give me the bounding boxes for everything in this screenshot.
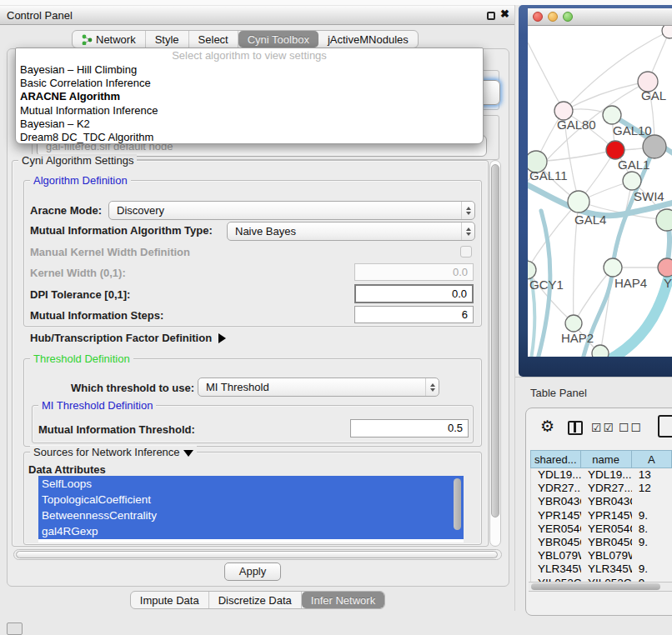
algorithm-dropdown-popup: Select algorithm to view settings Bayesi… [15,48,484,144]
table-cell: YLR345W [531,562,581,576]
mi-threshold-definition-legend: MI Threshold Definition [38,399,156,412]
minimized-panel-icon[interactable] [7,622,23,635]
node-gal4[interactable] [568,191,589,212]
node-gcy1-label: GCY1 [529,278,564,292]
column-header-a[interactable]: A [632,450,672,468]
mi-algorithm-type-combo[interactable]: Naive Bayes [227,222,475,241]
columns-icon[interactable] [568,421,583,435]
close-traffic-light-icon[interactable] [533,12,543,22]
kernel-width-input[interactable]: 0.0 [354,263,474,281]
hub-section-toggle[interactable]: Hub/Transcription Factor Definition [30,332,226,344]
table-cell: YER054C [581,522,632,536]
table-row[interactable]: YLR345WYLR345W9. [531,562,672,576]
table-panel-title: Table Panel [530,387,587,399]
combo-stepper-icon [425,378,439,396]
table-row[interactable]: YBR045CYBR045C9. [531,536,672,549]
settings-vertical-thumb[interactable] [491,164,499,518]
table-horizontal-thumb[interactable] [531,583,660,590]
node-gray[interactable] [643,135,666,158]
column-header-shared[interactable]: shared... [530,450,581,468]
dropdown-item-basic-correlation-inference[interactable]: Basic Correlation Inference [16,77,483,90]
node-swi4[interactable] [623,172,641,190]
checked-boxes-icon[interactable]: ☑☑ [591,421,615,434]
node-top-cut[interactable] [662,26,672,38]
bottom-tab-discretize-data[interactable]: Discretize Data [209,592,302,608]
algorithm-dropdown-placeholder: Select algorithm to view settings [16,48,483,63]
manual-kernel-checkbox[interactable] [460,246,472,258]
dropdown-item-bayesian-k2[interactable]: Bayesian – K2 [16,118,483,131]
dropdown-item-mutual-information-inference[interactable]: Mutual Information Inference [16,104,483,118]
mi-threshold-input[interactable]: 0.5 [350,419,469,438]
table-cell: 9. [632,509,672,522]
table-cell [632,495,672,508]
float-icon[interactable] [487,12,495,20]
node-hap4-label: HAP4 [614,276,647,290]
node-gal-cut-label: GAL [641,88,666,102]
aracne-mode-combo[interactable]: Discovery [108,201,475,220]
table-row[interactable]: YER054CYER054C8. [531,522,672,536]
algorithm-dropdown-list: Bayesian – Hill ClimbingBasic Correlatio… [16,63,483,144]
gear-icon[interactable]: ⚙ [540,418,554,436]
file-icon[interactable] [658,415,672,438]
node-gcy1[interactable] [528,261,536,279]
attribute-item-selfloops[interactable]: SelfLoops [38,476,464,492]
node-hap2[interactable] [565,315,582,332]
tab-label: Select [198,33,228,46]
tab-cyni-toolbox[interactable]: Cyni Toolbox [238,31,318,48]
node-salmon[interactable] [658,258,672,277]
attribute-item-gal4rgexp[interactable]: gal4RGexp [38,523,464,539]
table-cell: YDL19... [531,468,581,482]
node-gal1[interactable] [606,141,624,159]
table-cell: 8. [632,522,672,536]
bottom-tabbar: Impute DataDiscretize DataInfer Network [0,591,515,609]
data-attributes-list[interactable]: SelfLoopsTopologicalCoefficientBetweenne… [38,476,464,542]
table-row[interactable]: YBR043CYBR043C [531,495,672,508]
node-bottom-cut[interactable] [592,345,609,357]
dropdown-item-aracne-algorithm[interactable]: ARACNE Algorithm [16,90,483,103]
table-row[interactable]: YDR27...YDR27...12 [531,482,672,495]
table-cell: YBR045C [581,536,632,549]
apply-button[interactable]: Apply [224,562,281,581]
table-row[interactable]: YBL079WYBL079W [531,549,672,562]
node-hap4[interactable] [604,258,622,277]
expanded-arrow-icon [183,450,193,457]
bottom-tab-impute-data[interactable]: Impute Data [131,592,209,608]
dpi-tolerance-input[interactable]: 0.0 [354,284,474,303]
table-row[interactable]: YPR145WYPR145W9. [531,509,672,522]
application-root: Control Panel ✖ NetworkStyleSelectCyni T… [0,0,672,635]
node-gal10-label: GAL10 [613,123,652,138]
close-icon[interactable]: ✖ [500,8,509,20]
dpi-tolerance-label: DPI Tolerance [0,1]: [30,288,130,301]
dropdown-item-bayesian-hill-climbing[interactable]: Bayesian – Hill Climbing [16,63,483,77]
sources-legend[interactable]: Sources for Network Inference [30,446,197,458]
table-horizontal-scrollbar[interactable] [529,582,672,592]
table-cell: 13 [632,468,672,482]
tab-network[interactable]: Network [73,31,146,48]
column-header-name[interactable]: name [581,450,632,468]
unchecked-boxes-icon[interactable]: ☐☐ [619,421,643,434]
attribute-item-topologicalcoefficient[interactable]: TopologicalCoefficient [38,492,464,508]
table-header-row: shared...nameA [530,450,672,468]
attribute-item-betweennesscentrality[interactable]: BetweennessCentrality [38,508,464,523]
node-gal10[interactable] [603,106,621,124]
table-body: YDL19...YDL19...13YDR27...YDR27...12YBR0… [530,468,672,582]
settings-horizontal-thumb[interactable] [16,551,498,558]
tab-jactivemnodules[interactable]: jActiveMNodules [318,31,418,48]
bottom-tab-infer-network[interactable]: Infer Network [302,592,384,608]
dropdown-item-dream8-dc-tdc-algorithm[interactable]: Dream8 DC_TDC Algorithm [16,131,483,144]
node-green-right[interactable] [656,209,672,231]
tab-style[interactable]: Style [146,31,189,48]
network-edge [528,42,564,111]
network-window-titlebar[interactable] [528,8,672,26]
settings-horizontal-scrollbar[interactable] [13,549,502,560]
mi-steps-input[interactable]: 6 [354,306,474,323]
minimize-traffic-light-icon[interactable] [548,12,558,22]
network-canvas[interactable]: GALGAL80GAL10GAL1GAL11SWI4GAL4GCY1HAP4YH… [528,26,672,357]
tab-select[interactable]: Select [189,31,238,48]
zoom-traffic-light-icon[interactable] [563,12,573,22]
table-row[interactable]: YDL19...YDL19...13 [531,468,672,482]
settings-vertical-scrollbar[interactable] [489,160,501,547]
which-threshold-combo[interactable]: MI Threshold [198,378,439,397]
table-cell: YBL079W [531,549,581,562]
list-scrollbar-thumb[interactable] [454,478,461,530]
